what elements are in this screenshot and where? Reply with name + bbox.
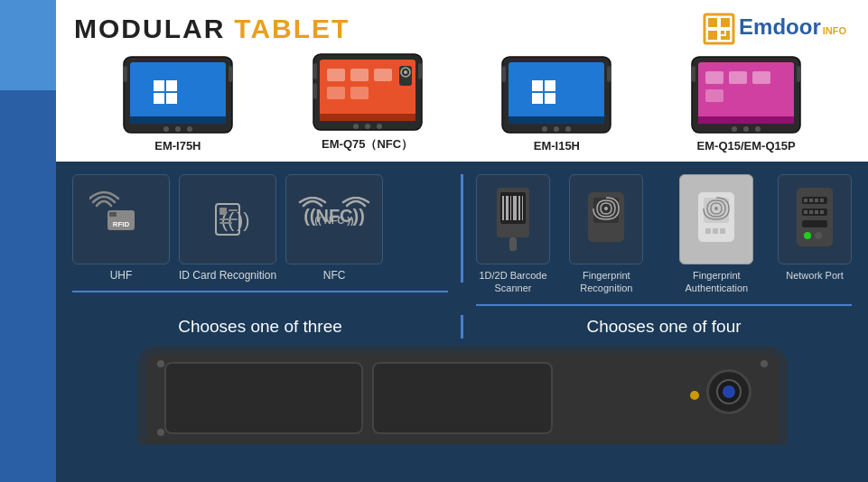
tablet-i75h-img [119,55,237,134]
svg-rect-90 [720,228,725,234]
svg-text:)): )) [237,209,250,231]
module-id-card: (( )) [179,174,276,282]
svg-rect-2 [721,18,730,27]
module-barcode: 1D/2D BarcodeScanner [476,174,550,295]
svg-rect-37 [509,62,604,124]
svg-rect-44 [607,66,611,82]
svg-rect-80 [522,196,523,220]
svg-point-46 [554,126,559,132]
svg-rect-81 [509,237,517,251]
page-title: MODULAR TABLET [74,14,350,44]
svg-text:RFID: RFID [113,220,130,228]
rfid-icon: RFID [89,188,153,251]
module-network-port-label: Network Port [786,269,844,282]
svg-point-59 [755,126,761,132]
logo-text: Emdoor [739,16,821,38]
bottom-tablet-image [137,346,788,445]
svg-rect-75 [502,196,504,220]
svg-rect-67 [219,218,238,220]
module-uhf: RFID UHF [72,174,170,282]
svg-rect-12 [166,93,177,104]
svg-text:((NFC)): ((NFC)) [303,206,365,226]
svg-rect-54 [698,116,794,124]
svg-rect-56 [797,66,800,82]
svg-rect-50 [705,71,723,84]
svg-point-34 [365,124,370,129]
svg-rect-15 [229,66,232,82]
svg-point-35 [377,124,382,129]
svg-rect-98 [804,210,807,214]
svg-rect-42 [509,116,604,124]
barcode-scanner-icon [490,183,537,255]
fingerprint-auth-icon [693,183,740,255]
svg-rect-5 [726,31,730,40]
svg-rect-61 [109,212,117,217]
choose-left-text: Chooses one of three [178,317,342,336]
tablet-i75h-label: EM-I75H [154,139,201,153]
svg-point-87 [714,207,718,210]
logo-info: INFO [823,26,846,36]
svg-rect-4 [721,31,724,34]
svg-rect-55 [692,66,695,82]
svg-rect-77 [510,196,511,220]
svg-point-17 [175,126,181,132]
svg-rect-23 [374,69,392,81]
logo: Emdoor INFO [703,13,846,45]
tablet-q15-label: EM-Q15/EM-Q15P [697,139,796,153]
svg-point-33 [353,124,359,129]
svg-rect-32 [418,63,422,79]
svg-rect-93 [804,199,807,202]
svg-rect-52 [752,71,770,84]
svg-rect-26 [399,66,412,86]
svg-point-84 [604,207,608,210]
svg-rect-95 [815,199,818,202]
svg-rect-41 [545,93,555,104]
svg-rect-91 [797,188,833,246]
svg-rect-11 [154,93,164,104]
svg-rect-31 [313,83,317,99]
module-fingerprint-auth: Fingerprint Authentication [663,174,770,295]
tablet-q75-label: EM-Q75（NFC） [322,136,413,153]
tablet-i75h: EM-I75H [119,55,237,153]
module-fingerprint-recog-label: Fingerprint Recognition [557,269,656,295]
svg-rect-8 [130,62,226,124]
svg-point-16 [163,126,169,132]
svg-rect-40 [532,93,543,104]
svg-rect-30 [313,63,317,79]
module-fingerprint-auth-label: Fingerprint Authentication [663,269,770,295]
svg-rect-102 [802,220,827,227]
svg-rect-99 [809,210,813,214]
tablet-i15h-img [498,55,615,134]
svg-rect-22 [350,69,369,81]
svg-rect-14 [124,66,127,82]
svg-point-47 [565,126,571,132]
svg-rect-13 [130,116,226,124]
title-colored: TABLET [234,14,350,44]
svg-rect-29 [320,114,415,121]
svg-rect-25 [350,87,369,99]
logo-icon [703,13,735,45]
tablet-i15h: EM-I15H [498,55,615,153]
svg-rect-39 [545,80,555,91]
nfc-icon: (( NFC )) nfc ((NFC)) [298,197,370,242]
svg-rect-9 [154,80,164,91]
svg-rect-1 [708,18,717,27]
fingerprint-recog-icon [583,183,630,255]
tablet-i15h-label: EM-I15H [534,139,580,153]
module-nfc-label: NFC [323,269,346,282]
module-fingerprint-recog: Fingerprint Recognition [557,174,656,295]
tablet-q75-img [309,52,426,132]
svg-point-57 [732,126,737,132]
svg-rect-89 [713,228,718,234]
svg-rect-68 [219,222,232,224]
choose-right-text: Chooses one of four [586,317,741,336]
svg-rect-94 [809,199,813,202]
module-network-port: Network Port [778,174,852,295]
svg-rect-21 [327,69,345,81]
svg-rect-65 [219,208,227,215]
svg-rect-101 [820,210,824,214]
svg-rect-10 [166,80,177,91]
svg-rect-100 [815,210,818,214]
title-bold: MODULAR [74,14,225,44]
svg-point-18 [187,126,192,132]
